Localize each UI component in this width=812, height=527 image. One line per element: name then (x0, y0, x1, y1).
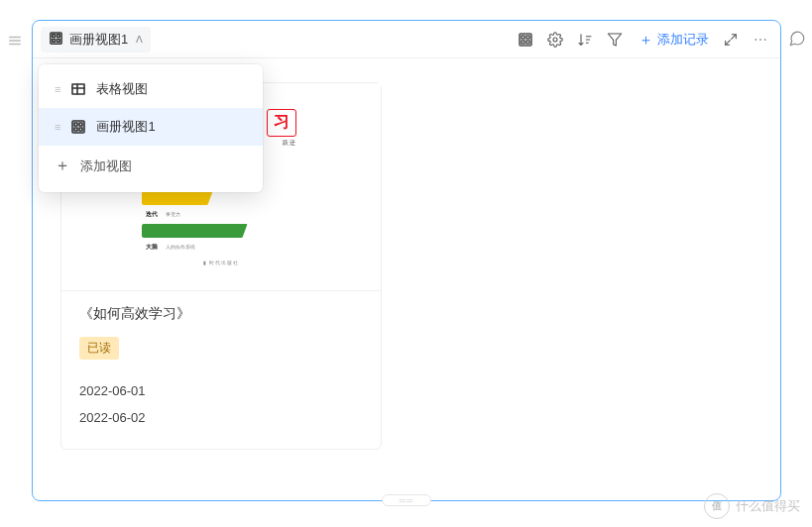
filter-button[interactable] (601, 26, 629, 53)
cover-logo-sub: 跃迁 (267, 139, 296, 148)
card-title: 《如何高效学习》 (79, 305, 363, 323)
view-dropdown: ≡ 表格视图 ≡ 画册视图1 ＋ 添加视图 (39, 64, 263, 192)
drag-handle-icon: ≡ (55, 121, 60, 133)
view-selector-label: 画册视图1 (69, 31, 128, 49)
svg-rect-9 (526, 41, 529, 44)
view-option-gallery[interactable]: ≡ 画册视图1 (39, 108, 263, 146)
svg-rect-2 (57, 34, 59, 37)
svg-rect-14 (72, 84, 84, 94)
svg-point-10 (553, 38, 557, 42)
svg-rect-6 (522, 36, 524, 39)
plus-icon: ＋ (55, 156, 70, 176)
view-selector[interactable]: 画册视图1 ᐱ (41, 27, 151, 53)
cover-logo: 习 (267, 109, 296, 137)
svg-rect-8 (522, 41, 524, 44)
sort-button[interactable] (571, 26, 599, 53)
add-record-label: 添加记录 (657, 31, 709, 49)
more-button[interactable] (747, 26, 774, 53)
card-body: 《如何高效学习》 已读 2022-06-01 2022-06-02 (61, 291, 381, 449)
resize-handle[interactable]: ══ (382, 494, 431, 506)
view-option-label: 表格视图 (96, 80, 148, 98)
cover-ribbon (142, 224, 241, 238)
svg-rect-16 (74, 123, 77, 126)
svg-rect-19 (79, 128, 82, 131)
svg-point-12 (759, 39, 761, 41)
svg-point-13 (764, 39, 766, 41)
drag-handle-icon: ≡ (55, 83, 60, 95)
card-date: 2022-06-02 (79, 404, 363, 431)
database-frame: 画册视图1 ᐱ ＋ 添加记录 ≡ (32, 20, 781, 501)
cover-ribbon (142, 191, 206, 205)
view-option-label: 画册视图1 (96, 118, 155, 136)
toolbar: 画册视图1 ᐱ ＋ 添加记录 (33, 21, 780, 58)
card-date: 2022-06-01 (79, 377, 363, 404)
add-record-button[interactable]: ＋ 添加记录 (633, 27, 715, 53)
svg-rect-4 (57, 39, 59, 42)
plus-icon: ＋ (638, 32, 653, 47)
expand-button[interactable] (717, 26, 745, 53)
cover-footer: ▮ 时代出版社 (142, 260, 300, 265)
svg-point-11 (755, 39, 757, 41)
add-view-label: 添加视图 (80, 158, 132, 175)
table-icon (70, 81, 86, 97)
svg-rect-17 (79, 123, 82, 126)
gallery-view-button[interactable] (512, 26, 539, 53)
svg-rect-18 (74, 128, 77, 131)
comment-icon[interactable] (788, 30, 806, 52)
svg-rect-1 (53, 34, 56, 37)
svg-rect-3 (53, 39, 56, 42)
outer-menu-icon[interactable] (8, 34, 22, 52)
status-badge: 已读 (79, 337, 119, 360)
add-view-option[interactable]: ＋ 添加视图 (39, 146, 263, 186)
view-option-table[interactable]: ≡ 表格视图 (39, 70, 263, 108)
gallery-icon (49, 31, 63, 49)
chevron-up-icon: ᐱ (136, 34, 143, 45)
svg-rect-7 (526, 36, 529, 39)
settings-button[interactable] (541, 26, 569, 53)
gallery-icon (70, 119, 86, 135)
